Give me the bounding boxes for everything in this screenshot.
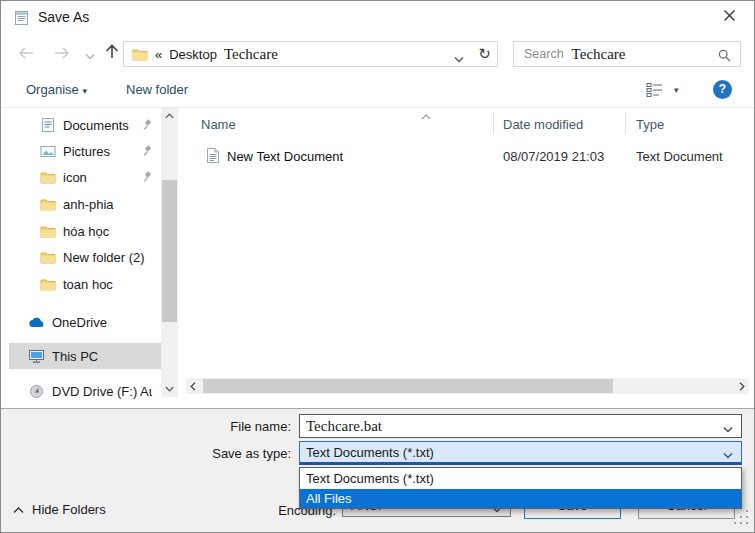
scroll-left-icon[interactable] (190, 382, 196, 391)
sidebar-item-label: hóa học (63, 224, 109, 239)
view-caret-icon[interactable]: ▾ (674, 85, 679, 95)
column-header-date-modified[interactable]: Date modified (503, 117, 583, 132)
organise-caret-icon: ▾ (82, 86, 87, 96)
dvd-icon (28, 384, 45, 399)
scroll-down-icon[interactable] (161, 381, 178, 397)
file-date-cell: 08/07/2019 21:03 (503, 149, 604, 164)
notepad-icon (13, 9, 30, 29)
footer-panel: File name: Techcare.bat Save as type: Te… (1, 408, 754, 532)
sidebar-item-new-folder-2[interactable]: New folder (2) (9, 244, 161, 270)
back-button[interactable] (15, 45, 37, 63)
breadcrumb-desktop[interactable]: Desktop (169, 47, 217, 62)
file-name-label: File name: (151, 419, 291, 434)
search-input[interactable]: Search Techcare (513, 41, 741, 67)
dropdown-option-text-documents[interactable]: Text Documents (*.txt) (300, 468, 741, 489)
file-row[interactable]: New Text Document 08/07/2019 21:03 Text … (186, 143, 746, 169)
horizontal-scrollbar-thumb[interactable] (203, 379, 613, 393)
sidebar-scrollbar-thumb[interactable] (162, 180, 177, 322)
address-bar[interactable]: « Desktop Techcare (123, 41, 473, 67)
title-bar: Save As (1, 1, 754, 33)
breadcrumb-overflow[interactable]: « (155, 47, 162, 62)
file-name-input[interactable]: Techcare.bat (299, 414, 742, 438)
sidebar-item-label: This PC (52, 349, 98, 364)
file-name-value: Techcare.bat (306, 418, 382, 435)
chevron-down-icon[interactable] (723, 421, 733, 436)
recent-locations-button[interactable] (83, 50, 97, 60)
save-as-type-combobox[interactable]: Text Documents (*.txt) (299, 441, 742, 465)
sidebar-item-onedrive[interactable]: OneDrive (9, 309, 161, 335)
folder-icon (39, 171, 56, 184)
sidebar-item-dvd-drive[interactable]: DVD Drive (F:) Aud (9, 378, 161, 404)
details-view-icon[interactable] (646, 82, 664, 101)
organise-button[interactable]: Organise ▾ (26, 82, 87, 97)
organise-label: Organise (26, 82, 79, 97)
this-pc-icon (28, 349, 45, 364)
sidebar-item-label: Pictures (63, 144, 110, 159)
search-value: Techcare (572, 46, 626, 63)
column-divider[interactable] (493, 112, 494, 134)
scroll-right-icon[interactable] (739, 382, 745, 391)
dropdown-option-all-files[interactable]: All Files (300, 489, 741, 508)
help-question-icon: ? (719, 82, 726, 96)
command-toolbar: Organise ▾ New folder ▾ ? (1, 73, 754, 108)
forward-arrow-icon (53, 46, 71, 63)
column-header-name[interactable]: Name (201, 117, 236, 132)
column-header-type[interactable]: Type (636, 117, 664, 132)
sidebar-item-documents[interactable]: Documents (9, 112, 161, 138)
sidebar-item-anh-phia[interactable]: anh-phia (9, 191, 161, 217)
sidebar-item-pictures[interactable]: Pictures (9, 138, 161, 164)
folder-icon (39, 198, 56, 211)
sidebar-scrollbar[interactable] (161, 108, 178, 397)
up-button[interactable] (101, 43, 123, 63)
pin-icon (141, 119, 153, 134)
chevron-down-icon[interactable] (723, 447, 733, 462)
sidebar-item-label: icon (63, 170, 87, 185)
pin-icon (141, 171, 153, 186)
refresh-icon: ↻ (478, 45, 491, 62)
up-arrow-icon (104, 43, 120, 63)
hide-folders-button[interactable]: Hide Folders (13, 502, 106, 517)
sidebar-item-label: anh-phia (63, 197, 114, 212)
chevron-down-icon (85, 48, 95, 63)
sidebar-item-this-pc[interactable]: This PC (9, 343, 161, 369)
folder-icon (39, 225, 56, 238)
sort-chevron-up-icon[interactable] (421, 108, 431, 123)
save-as-type-label: Save as type: (151, 446, 291, 461)
close-button[interactable] (714, 5, 744, 29)
refresh-button[interactable]: ↻ (472, 41, 498, 67)
back-arrow-icon (17, 46, 35, 63)
sidebar-item-toan-hoc[interactable]: toan hoc (9, 271, 161, 297)
folder-icon (39, 251, 56, 264)
save-as-type-value: Text Documents (*.txt) (306, 445, 434, 460)
address-chevron-down-icon[interactable] (454, 51, 464, 66)
sidebar-item-label: Documents (63, 118, 129, 133)
sidebar-item-label: OneDrive (52, 315, 107, 330)
search-placeholder: Search (524, 47, 564, 61)
sidebar-item-icon-folder[interactable]: icon (9, 164, 161, 190)
scroll-up-icon[interactable] (161, 108, 178, 124)
window-title: Save As (38, 9, 89, 25)
close-icon (723, 9, 736, 25)
new-folder-button[interactable]: New folder (126, 82, 188, 97)
onedrive-icon (28, 317, 45, 328)
column-divider[interactable] (625, 112, 626, 134)
sidebar-item-hoa-hoc[interactable]: hóa học (9, 218, 161, 244)
search-icon[interactable] (718, 49, 731, 65)
folder-icon (39, 278, 56, 291)
chevron-up-icon (13, 502, 24, 517)
pin-icon (141, 145, 153, 160)
resize-grip[interactable] (734, 510, 749, 528)
pictures-icon (39, 145, 56, 158)
help-button[interactable]: ? (713, 80, 732, 99)
sidebar-item-label: DVD Drive (F:) Aud (52, 384, 152, 399)
file-name-cell: New Text Document (227, 149, 343, 164)
save-as-dialog: Save As « Desktop Techcare ↻ Search Tech… (0, 0, 755, 533)
folder-icon (132, 47, 148, 61)
breadcrumb-current-folder[interactable]: Techcare (224, 46, 278, 63)
sidebar-item-label: toan hoc (63, 277, 113, 292)
forward-button[interactable] (51, 45, 73, 63)
documents-icon (39, 117, 56, 133)
hide-folders-label: Hide Folders (32, 502, 106, 517)
horizontal-scrollbar[interactable] (186, 378, 749, 394)
sidebar-item-label: New folder (2) (63, 250, 145, 265)
